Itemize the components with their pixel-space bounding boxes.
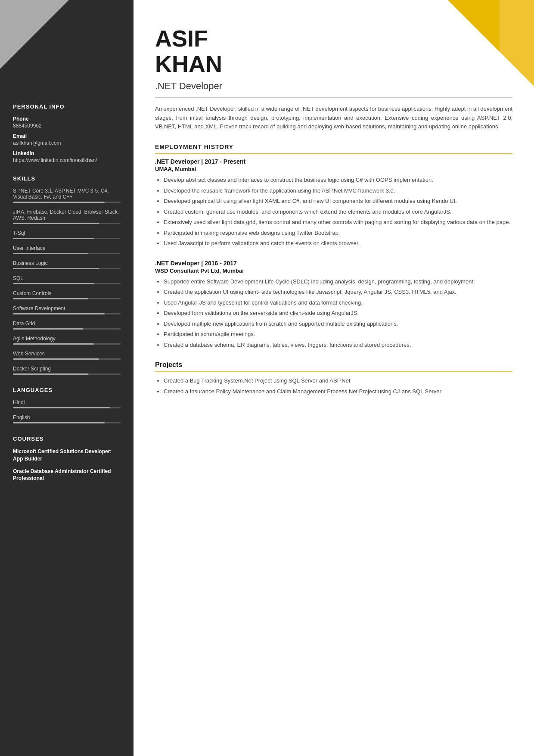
- email-value: asifkhan@gmail.com: [13, 140, 121, 146]
- languages-list: Hindi English: [13, 399, 121, 423]
- list-item: Data Grid: [13, 320, 121, 330]
- skill-name: Custom Controls: [13, 290, 121, 296]
- job-bullets: Develop abstract classes and interfaces …: [155, 176, 512, 248]
- skill-name: User Interface: [13, 245, 121, 251]
- skill-bar-fill: [13, 238, 94, 239]
- skill-name: Business Logic: [13, 260, 121, 266]
- skill-bar-bg: [13, 238, 121, 239]
- lang-bar-bg: [13, 422, 121, 423]
- list-item: Developed multiple new applications from…: [164, 320, 512, 328]
- first-name: ASIF: [155, 25, 208, 51]
- job-company: WSD Consultant Pvt Ltd, Mumbai: [155, 268, 512, 274]
- skill-bar-fill: [13, 313, 105, 314]
- email-block: Email asifkhan@gmail.com: [13, 133, 121, 146]
- skill-bar-fill: [13, 358, 99, 360]
- skill-bar-bg: [13, 268, 121, 269]
- phone-block: Phone 8884509962: [13, 116, 121, 129]
- email-label: Email: [13, 133, 121, 139]
- skill-bar-fill: [13, 268, 99, 269]
- linkedin-label: LinkedIn: [13, 150, 121, 156]
- personal-info-heading: PERSONAL INFO: [13, 103, 121, 110]
- skill-name: JIRA, Firebase, Docker Cloud, Browser St…: [13, 209, 121, 221]
- list-item: JIRA, Firebase, Docker Cloud, Browser St…: [13, 209, 121, 224]
- lang-bar-fill: [13, 407, 110, 408]
- skill-bar-fill: [13, 373, 88, 375]
- skill-bar-fill: [13, 298, 88, 299]
- skill-name: SQL: [13, 275, 121, 281]
- list-item: SP.NET Core 3.1, ASP.NET MVC 3-5, C#, Vi…: [13, 188, 121, 203]
- list-item: Extensively used silver light data grid,…: [164, 218, 512, 227]
- skills-heading: SKILLS: [13, 175, 121, 182]
- skill-bar-bg: [13, 283, 121, 284]
- job-company: UMAA, Mumbai: [155, 166, 512, 172]
- list-item: T-Sql: [13, 230, 121, 239]
- skill-name: SP.NET Core 3.1, ASP.NET MVC 3-5, C#, Vi…: [13, 188, 121, 200]
- skills-section: SKILLS SP.NET Core 3.1, ASP.NET MVC 3-5,…: [13, 175, 121, 375]
- linkedin-link[interactable]: https://www.linkedin.com/in/asifkhan/: [13, 157, 97, 163]
- skill-bar-bg: [13, 313, 121, 314]
- list-item: Develop abstract classes and interfaces …: [164, 176, 512, 184]
- skill-name: Web Services: [13, 351, 121, 357]
- skill-bar-fill: [13, 202, 105, 203]
- course-name: Oracle Database Administrator Certified …: [13, 468, 121, 482]
- skill-bar-fill: [13, 328, 83, 330]
- list-item: Web Services: [13, 351, 121, 360]
- list-item: Developed the reusable framework for the…: [164, 187, 512, 195]
- course-name: Microsoft Certified Solutions Developer:…: [13, 448, 121, 463]
- list-item: Business Logic: [13, 260, 121, 269]
- courses-list: Microsoft Certified Solutions Developer:…: [13, 448, 121, 482]
- list-item: Hindi: [13, 399, 121, 408]
- list-item: Software Development: [13, 305, 121, 314]
- phone-label: Phone: [13, 116, 121, 122]
- list-item: Used Angular-JS and typescript for contr…: [164, 299, 512, 307]
- skill-name: Software Development: [13, 305, 121, 311]
- list-item: Created a Bug Tracking System.Net Projec…: [164, 376, 512, 385]
- skill-bar-bg: [13, 328, 121, 330]
- list-item: Agile Methodology: [13, 336, 121, 345]
- list-item: Participated in scrum/agile meetings.: [164, 330, 512, 339]
- projects-section: Projects Created a Bug Tracking System.N…: [155, 361, 512, 395]
- jobs-list: .NET Developer | 2017 - Present UMAA, Mu…: [155, 158, 512, 349]
- skill-bar-bg: [13, 298, 121, 299]
- employment-heading: EMPLOYMENT HISTORY: [155, 143, 512, 154]
- skill-bar-bg: [13, 373, 121, 375]
- skill-name: Data Grid: [13, 320, 121, 327]
- courses-section: COURSES Microsoft Certified Solutions De…: [13, 436, 121, 482]
- list-item: Created the application UI using client-…: [164, 288, 512, 296]
- job-bullets: Supported entire Software Development Li…: [155, 277, 512, 349]
- skill-name: Docker Scripting: [13, 366, 121, 372]
- lang-name: English: [13, 414, 121, 420]
- employment-entry: .NET Developer | 2016 - 2017 WSD Consult…: [155, 260, 512, 349]
- list-item: User Interface: [13, 245, 121, 254]
- skill-bar-bg: [13, 343, 121, 345]
- personal-info-section: PERSONAL INFO Phone 8884509962 Email asi…: [13, 103, 121, 163]
- summary: An experienced .NET Developer, skilled i…: [155, 105, 512, 131]
- list-item: Developed form validations on the server…: [164, 309, 512, 317]
- list-item: Used Javascript to perform validations a…: [164, 239, 512, 248]
- projects-list: Created a Bug Tracking System.Net Projec…: [155, 376, 512, 395]
- job-title: .NET Developer: [155, 81, 512, 98]
- phone-value: 8884509962: [13, 123, 121, 129]
- lang-bar-fill: [13, 422, 105, 423]
- languages-heading: LANGUAGES: [13, 387, 121, 393]
- skill-bar-bg: [13, 223, 121, 224]
- list-item: Custom Controls: [13, 290, 121, 299]
- list-item: Created custom, general use modules, and…: [164, 208, 512, 216]
- skills-list: SP.NET Core 3.1, ASP.NET MVC 3-5, C#, Vi…: [13, 188, 121, 375]
- skill-bar-bg: [13, 202, 121, 203]
- list-item: Docker Scripting: [13, 366, 121, 375]
- skill-name: Agile Methodology: [13, 336, 121, 342]
- skill-name: T-Sql: [13, 230, 121, 236]
- skill-bar-fill: [13, 343, 94, 345]
- skill-bar-fill: [13, 223, 99, 224]
- courses-heading: COURSES: [13, 436, 121, 442]
- list-item: Microsoft Certified Solutions Developer:…: [13, 448, 121, 463]
- list-item: Created a database schema, ER diagrams, …: [164, 341, 512, 349]
- main-content: ASIF KHAN .NET Developer An experienced …: [134, 0, 534, 756]
- linkedin-block: LinkedIn https://www.linkedin.com/in/asi…: [13, 150, 121, 163]
- skill-bar-bg: [13, 358, 121, 360]
- list-item: Supported entire Software Development Li…: [164, 277, 512, 286]
- languages-section: LANGUAGES Hindi English: [13, 387, 121, 423]
- list-item: Developed graphical UI using silver ligh…: [164, 197, 512, 205]
- linkedin-value[interactable]: https://www.linkedin.com/in/asifkhan/: [13, 157, 121, 163]
